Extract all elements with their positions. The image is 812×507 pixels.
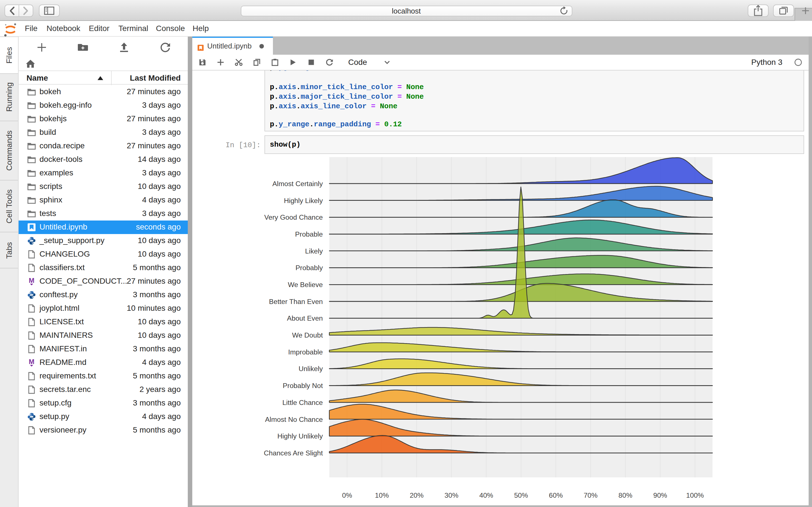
svg-text:Almost No Chance: Almost No Chance (265, 416, 323, 423)
svg-text:Highly Likely: Highly Likely (284, 197, 323, 205)
svg-text:Almost Certainly: Almost Certainly (272, 180, 323, 187)
svg-text:Likely: Likely (305, 247, 323, 255)
svg-text:M: M (29, 358, 35, 365)
svg-text:30%: 30% (444, 492, 458, 499)
svg-text:Probable: Probable (295, 230, 323, 238)
svg-text:0%: 0% (342, 492, 352, 499)
svg-text:90%: 90% (653, 492, 667, 499)
svg-text:Little Chance: Little Chance (282, 399, 323, 406)
svg-text:Better Than Even: Better Than Even (269, 298, 323, 305)
svg-text:10%: 10% (375, 492, 389, 499)
svg-text:M: M (29, 277, 35, 284)
svg-text:80%: 80% (618, 492, 632, 499)
svg-text:We Doubt: We Doubt (292, 331, 323, 339)
svg-text:Very Good Chance: Very Good Chance (264, 214, 323, 221)
svg-text:40%: 40% (479, 492, 493, 499)
svg-text:50%: 50% (514, 492, 527, 499)
svg-text:Highly Unlikely: Highly Unlikely (277, 432, 323, 440)
svg-text:70%: 70% (583, 492, 597, 499)
svg-text:Chances Are Slight: Chances Are Slight (264, 449, 323, 457)
svg-text:We Believe: We Believe (288, 281, 323, 288)
svg-text:About Even: About Even (287, 315, 323, 322)
svg-text:Probably Not: Probably Not (283, 382, 323, 389)
svg-text:20%: 20% (409, 492, 423, 499)
svg-text:Unlikely: Unlikely (298, 365, 323, 373)
svg-text:60%: 60% (549, 492, 563, 499)
svg-text:Probably: Probably (295, 264, 323, 272)
svg-text:100%: 100% (686, 492, 704, 499)
svg-text:Improbable: Improbable (288, 348, 323, 356)
